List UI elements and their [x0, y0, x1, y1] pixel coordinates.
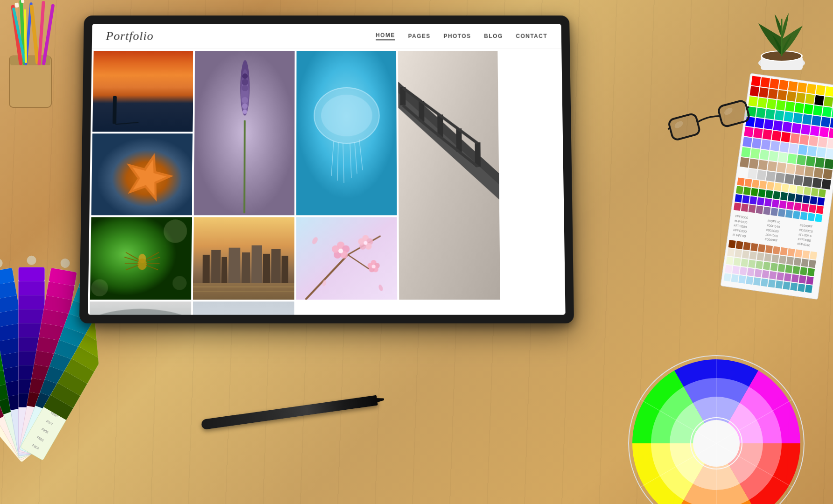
svg-rect-349: [814, 168, 824, 178]
nav-pages[interactable]: PAGES: [408, 33, 430, 40]
svg-rect-400: [756, 206, 763, 214]
photo-ocean-seagull[interactable]: [192, 301, 294, 315]
svg-rect-397: [734, 203, 741, 211]
svg-rect-294: [775, 110, 784, 120]
svg-rect-454: [770, 263, 778, 271]
photo-cherry-blossom[interactable]: [296, 217, 397, 300]
svg-point-79: [0, 258, 3, 268]
svg-rect-206: [229, 248, 241, 283]
svg-rect-275: [787, 91, 797, 101]
svg-rect-276: [796, 92, 806, 103]
svg-rect-379: [780, 192, 788, 201]
svg-rect-343: [758, 160, 768, 170]
svg-rect-472: [724, 273, 731, 281]
svg-rect-377: [765, 190, 773, 198]
svg-rect-462: [740, 267, 747, 275]
svg-rect-458: [800, 267, 807, 275]
photo-spider-leaf[interactable]: [90, 217, 192, 300]
svg-rect-333: [760, 150, 770, 160]
svg-rect-387: [749, 196, 757, 205]
svg-rect-305: [783, 122, 792, 132]
svg-rect-433: [795, 249, 802, 258]
svg-rect-372: [819, 189, 826, 197]
svg-rect-209: [263, 254, 270, 283]
site-logo: Portfolio: [106, 29, 154, 43]
svg-rect-304: [773, 120, 783, 131]
svg-rect-395: [809, 204, 816, 213]
nav-blog[interactable]: BLOG: [484, 33, 503, 40]
svg-rect-436: [727, 248, 735, 257]
svg-rect-371: [811, 188, 819, 196]
svg-rect-375: [751, 188, 758, 196]
svg-rect-463: [747, 268, 755, 276]
svg-rect-287: [804, 104, 813, 114]
nav-home[interactable]: HOME: [376, 32, 395, 41]
svg-rect-432: [787, 248, 795, 257]
svg-rect-467: [777, 272, 784, 280]
photo-foggy-town[interactable]: [89, 301, 191, 315]
svg-rect-363: [752, 180, 759, 188]
svg-rect-330: [826, 148, 833, 159]
svg-rect-203: [203, 255, 210, 283]
svg-rect-347: [795, 165, 805, 175]
svg-rect-473: [731, 274, 739, 283]
svg-rect-274: [777, 90, 787, 100]
svg-rect-251: [192, 301, 294, 315]
svg-point-191: [173, 276, 187, 290]
nav-photos[interactable]: PHOTOS: [443, 33, 471, 40]
svg-rect-204: [211, 250, 221, 283]
svg-rect-396: [816, 206, 824, 214]
svg-rect-429: [765, 245, 773, 253]
photo-sunset-sailboat[interactable]: [92, 51, 193, 132]
svg-rect-340: [824, 159, 833, 169]
svg-rect-322: [752, 138, 762, 148]
svg-rect-277: [805, 94, 815, 104]
svg-rect-84: [19, 309, 45, 323]
svg-rect-474: [738, 275, 746, 284]
svg-rect-482: [798, 284, 805, 292]
svg-rect-298: [812, 115, 821, 126]
svg-rect-460: [725, 265, 732, 273]
svg-rect-323: [761, 140, 771, 150]
svg-rect-312: [753, 128, 763, 138]
svg-rect-399: [749, 204, 756, 213]
svg-rect-351: [738, 168, 748, 178]
svg-rect-272: [759, 87, 769, 98]
svg-rect-289: [822, 106, 832, 117]
svg-rect-407: [807, 213, 815, 221]
svg-rect-352: [748, 168, 757, 179]
svg-rect-459: [807, 268, 815, 276]
photo-jellyfish[interactable]: [296, 51, 397, 215]
photo-starfish[interactable]: [91, 133, 193, 215]
svg-point-229: [358, 238, 364, 245]
svg-rect-211: [281, 256, 288, 283]
svg-rect-393: [794, 203, 801, 211]
svg-rect-442: [771, 254, 779, 263]
svg-rect-431: [780, 247, 788, 256]
photo-coastal-city[interactable]: [193, 217, 294, 300]
photo-bridge[interactable]: [398, 51, 500, 300]
svg-rect-406: [800, 212, 808, 220]
svg-rect-355: [775, 173, 785, 183]
svg-rect-83: [19, 295, 45, 309]
svg-rect-296: [793, 113, 803, 123]
photo-purple-flower[interactable]: [194, 51, 294, 215]
svg-rect-449: [734, 258, 741, 266]
svg-rect-315: [781, 132, 791, 142]
svg-rect-465: [762, 270, 769, 279]
svg-rect-288: [813, 105, 823, 116]
svg-rect-329: [817, 147, 826, 158]
svg-point-159: [243, 110, 247, 114]
svg-rect-326: [789, 143, 798, 154]
svg-rect-392: [786, 202, 794, 210]
svg-rect-464: [755, 269, 762, 278]
svg-rect-308: [810, 126, 820, 136]
svg-rect-353: [757, 170, 767, 180]
svg-rect-281: [748, 96, 758, 106]
svg-rect-453: [763, 262, 770, 270]
svg-rect-336: [787, 154, 797, 164]
svg-rect-321: [742, 137, 752, 147]
nav-contact[interactable]: CONTACT: [516, 33, 547, 40]
svg-point-153: [242, 73, 248, 79]
svg-rect-11: [21, 0, 25, 3]
